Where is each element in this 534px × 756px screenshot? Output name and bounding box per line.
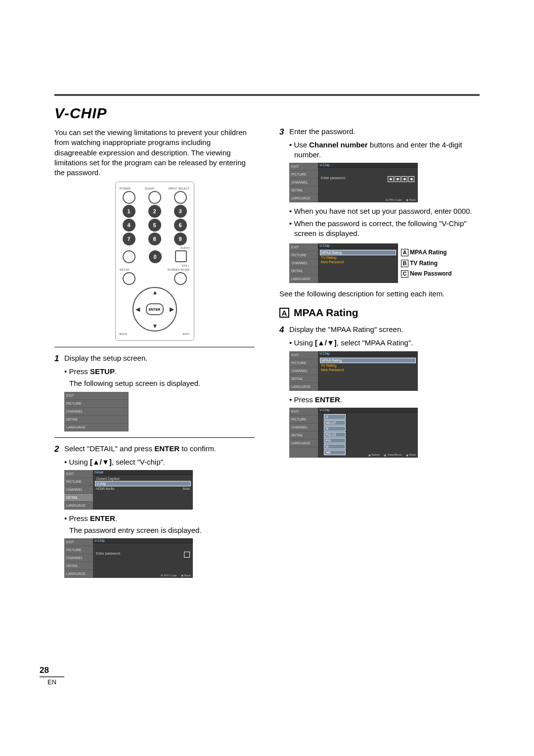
step-4: 4 Display the "MPAA Rating" screen. bbox=[279, 325, 480, 336]
step4-bullet1: • Using [▲/▼], select "MPAA Rating". bbox=[289, 338, 480, 348]
step-number: 4 bbox=[279, 325, 286, 336]
section-a-heading: A MPAA Rating bbox=[279, 307, 480, 319]
label-setup: SETUP bbox=[120, 268, 130, 271]
step1-text2: The following setup screen is displayed. bbox=[69, 378, 255, 388]
label-still: STILL bbox=[181, 264, 189, 267]
step-text: Select "DETAIL" and press ENTER to confi… bbox=[64, 444, 216, 455]
password-stars: ✱✱✱✱ bbox=[387, 176, 415, 182]
label-back: BACK bbox=[120, 332, 128, 335]
label-power: POWER bbox=[120, 187, 131, 190]
label-info: INFO bbox=[182, 332, 189, 335]
page-lang: EN bbox=[47, 678, 64, 686]
section-title: V-CHIP bbox=[54, 105, 255, 122]
step-number: 2 bbox=[54, 444, 61, 455]
osd-mpaa-select: EXIT PICTURE CHANNEL DETAIL LANGUAGE V-C… bbox=[289, 351, 418, 391]
num-6: 6 bbox=[174, 219, 187, 232]
audio-button bbox=[175, 250, 187, 262]
label-audio: AUDIO bbox=[180, 246, 189, 249]
step-text: Display the setup screen. bbox=[64, 353, 147, 365]
osd-password-screen: EXIT PICTURE CHANNEL DETAIL LANGUAGE V-C… bbox=[64, 538, 193, 578]
page-footer: 28 EN bbox=[40, 665, 64, 686]
divider bbox=[54, 437, 255, 438]
osd-password-filled: EXIT PICTURE CHANNEL DETAIL LANGUAGE V-C… bbox=[289, 163, 418, 202]
step-text: Display the "MPAA Rating" screen. bbox=[289, 325, 403, 336]
remote-top-labels: POWER SLEEP INPUT SELECT bbox=[120, 187, 190, 190]
enter-button: ENTER bbox=[146, 303, 164, 315]
password-entry-box bbox=[184, 552, 190, 558]
intro-text: You can set the viewing limitations to p… bbox=[54, 128, 255, 178]
osd-item: CHANNEL bbox=[64, 408, 129, 416]
num-8: 8 bbox=[148, 233, 161, 245]
two-column-layout: V-CHIP You can set the viewing limitatio… bbox=[54, 105, 480, 582]
callout-c: CNew Password bbox=[401, 269, 452, 280]
step1-bullet1: • Press SETUP. bbox=[64, 367, 255, 377]
osd-item: PICTURE bbox=[64, 400, 129, 408]
step4b-bullet1: • Press ENTER. bbox=[289, 395, 480, 405]
left-column: V-CHIP You can set the viewing limitatio… bbox=[54, 105, 255, 582]
num-0: 0 bbox=[149, 250, 162, 263]
label-input: INPUT SELECT bbox=[169, 187, 190, 190]
step2b-bullet1: • Press ENTER. bbox=[64, 514, 255, 523]
top-rule bbox=[54, 94, 480, 96]
right-column: 3 Enter the password. • Use Channel numb… bbox=[279, 105, 480, 582]
step3-bullet1: • Use Channel number buttons and enter t… bbox=[289, 140, 480, 160]
step-number: 1 bbox=[54, 353, 61, 365]
num-5: 5 bbox=[148, 219, 161, 232]
vchip-menu-with-callouts: EXIT PICTURE CHANNEL DETAIL LANGUAGE V-C… bbox=[289, 240, 480, 287]
foot-pincode: ⊞ PIN Code bbox=[161, 573, 177, 577]
remote-control-diagram: POWER SLEEP INPUT SELECT 123 456 7 8 9 A… bbox=[115, 182, 194, 341]
page-number: 28 bbox=[40, 665, 64, 675]
step-2: 2 Select "DETAIL" and press ENTER to con… bbox=[54, 444, 255, 455]
num-9: 9 bbox=[174, 233, 187, 245]
step3b-bullet1: • When you have not set up your password… bbox=[289, 206, 480, 216]
step3b-bullet2: • When the password is correct, the foll… bbox=[289, 219, 480, 239]
rating-list: X NC-17 R PG-13 PG G NR bbox=[324, 414, 416, 455]
callout-b: BTV Rating bbox=[401, 258, 452, 269]
see-description: See the following description for settin… bbox=[279, 289, 480, 299]
foot-back: ◉ Back bbox=[181, 573, 191, 577]
label-sleep: SLEEP bbox=[145, 187, 154, 190]
dpad: ▲ ▼ ◀ ▶ ENTER bbox=[133, 287, 177, 331]
num-4: 4 bbox=[123, 219, 135, 232]
label-screen: SCREEN MODE bbox=[168, 268, 190, 271]
step-text: Enter the password. bbox=[289, 127, 355, 138]
divider bbox=[54, 347, 255, 347]
osd-item: LANGUAGE bbox=[64, 424, 129, 431]
step2b-text2: The password entry screen is displayed. bbox=[69, 525, 255, 535]
page-content: V-CHIP You can set the viewing limitatio… bbox=[54, 94, 480, 582]
step-1: 1 Display the setup screen. bbox=[54, 353, 255, 365]
step-3: 3 Enter the password. bbox=[279, 127, 480, 138]
osd-setup-screen: EXIT PICTURE CHANNEL DETAIL LANGUAGE bbox=[64, 392, 129, 431]
num-2: 2 bbox=[148, 205, 161, 218]
osd-item: EXIT bbox=[64, 392, 129, 400]
callout-a: AMPAA Rating bbox=[401, 247, 452, 258]
step-number: 3 bbox=[279, 127, 286, 138]
step2-bullet1: • Using [▲/▼], select "V-chip". bbox=[64, 457, 255, 467]
num-3: 3 bbox=[174, 205, 187, 218]
osd-detail-screen: EXIT PICTURE CHANNEL DETAIL LANGUAGE Det… bbox=[64, 470, 193, 510]
osd-item: DETAIL bbox=[64, 416, 129, 424]
num-7: 7 bbox=[123, 233, 135, 245]
osd-mpaa-ratings: EXIT PICTURE CHANNEL DETAIL LANGUAGE V-C… bbox=[289, 408, 418, 458]
num-1: 1 bbox=[123, 205, 135, 218]
